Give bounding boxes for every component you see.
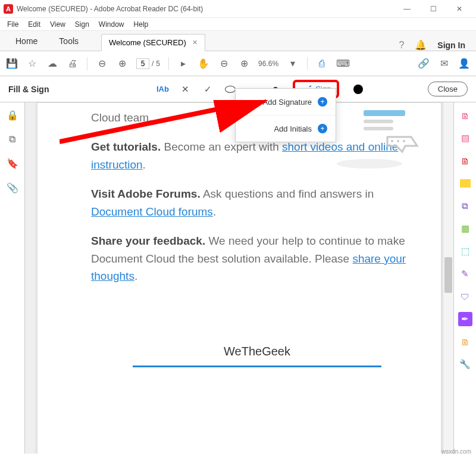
fill-sign-icon[interactable]: ✒ — [458, 312, 472, 326]
tab-bar: Home Tools Welcome (SECURED) ✕ ? 🔔 Sign … — [0, 31, 476, 51]
maximize-button[interactable]: ☐ — [420, 0, 446, 18]
color-picker[interactable] — [353, 85, 363, 94]
protect-icon[interactable]: 🛡 — [458, 289, 472, 304]
sign-menu: Add Signature + Add Initials + — [235, 88, 336, 142]
svg-point-6 — [337, 159, 402, 168]
chevron-down-icon[interactable]: ▾ — [287, 58, 299, 69]
page-indicator: / 5 — [136, 58, 160, 69]
title-bar: A Welcome (SECURED) - Adobe Acrobat Read… — [0, 0, 476, 18]
bookmark-icon[interactable]: 🔖 — [7, 158, 18, 169]
save-icon[interactable]: 💾 — [6, 58, 18, 69]
app-icon: A — [4, 4, 13, 14]
add-initials-item[interactable]: Add Initials + — [236, 115, 336, 142]
redact-icon[interactable]: ✎ — [458, 267, 472, 281]
tools-tab[interactable]: Tools — [48, 32, 89, 51]
svg-rect-2 — [364, 127, 393, 130]
left-panel: 🔒 ⧉ 🔖 📎 — [0, 102, 25, 454]
page-input[interactable] — [136, 58, 149, 69]
read-mode-icon[interactable]: ⌨ — [336, 58, 348, 69]
thumbnails-icon[interactable]: ⧉ — [9, 134, 15, 145]
main-toolbar: 💾 ☆ ☁ 🖨 ⊖ ⊕ / 5 ▸ ✋ ⊖ ⊕ 96.6% ▾ ⎙ ⌨ 🔗 ✉ … — [0, 51, 476, 76]
attachment-icon[interactable]: 📎 — [7, 182, 18, 193]
paragraph-feedback: Share your feedback. We need your help t… — [91, 232, 423, 285]
document-tab[interactable]: Welcome (SECURED) ✕ — [101, 34, 205, 51]
document-area: Cloud team. Get tutorials. Become an exp… — [25, 102, 453, 454]
zoom-level[interactable]: 96.6% — [258, 60, 278, 68]
svg-rect-0 — [364, 110, 405, 116]
bell-icon[interactable]: 🔔 — [415, 39, 427, 51]
print-icon[interactable]: 🖨 — [67, 58, 79, 69]
compress-icon[interactable]: ⬚ — [458, 244, 472, 258]
page-display-icon[interactable]: ⎙ — [316, 58, 328, 69]
plus-icon: + — [318, 124, 327, 133]
comment-icon[interactable] — [458, 176, 472, 190]
fill-sign-label: Fill & Sign — [8, 85, 49, 94]
minimize-button[interactable]: — — [394, 0, 420, 18]
hand-icon[interactable]: ✋ — [198, 58, 209, 69]
home-tab[interactable]: Home — [5, 32, 48, 51]
scrollbar-thumb[interactable] — [444, 257, 452, 293]
create-pdf-icon[interactable]: 🗎 — [458, 154, 472, 168]
footer-watermark: wsxdn.com — [441, 448, 471, 455]
menu-edit[interactable]: Edit — [23, 19, 45, 30]
cross-tool[interactable]: ✕ — [176, 80, 194, 98]
combine-icon[interactable]: ⧉ — [458, 199, 472, 213]
zoom-in-icon[interactable]: ⊕ — [116, 58, 128, 69]
svg-point-4 — [397, 140, 399, 142]
more-tools-icon[interactable]: 🗎 — [458, 335, 472, 349]
scrollbar[interactable] — [443, 102, 453, 454]
help-icon[interactable]: ? — [399, 40, 404, 51]
edit-pdf-icon[interactable]: ▤ — [458, 131, 472, 145]
zoom-in-icon[interactable]: ⊕ — [238, 58, 250, 69]
right-panel: 🗎 ▤ 🗎 ⧉ ▦ ⬚ ✎ 🛡 ✒ 🗎 🔧 — [453, 102, 476, 454]
menu-bar: File Edit View Sign Window Help — [0, 18, 476, 31]
document-tab-label: Welcome (SECURED) — [109, 38, 186, 47]
svg-point-5 — [403, 140, 405, 142]
window-title: Welcome (SECURED) - Adobe Acrobat Reader… — [17, 5, 394, 13]
organize-icon[interactable]: ▦ — [458, 221, 472, 236]
separator — [87, 57, 87, 70]
page-content: Cloud team. Get tutorials. Become an exp… — [37, 102, 441, 454]
sign-in-button[interactable]: Sign In — [437, 40, 465, 50]
lock-icon[interactable]: 🔒 — [7, 110, 18, 121]
settings-icon[interactable]: 🔧 — [458, 357, 472, 371]
star-icon[interactable]: ☆ — [26, 58, 38, 69]
selection-icon[interactable]: ▸ — [177, 58, 189, 69]
svg-rect-1 — [364, 120, 393, 123]
svg-point-3 — [391, 140, 393, 142]
plus-icon: + — [318, 97, 327, 107]
separator — [307, 57, 308, 70]
separator — [168, 57, 169, 70]
zoom-out-icon[interactable]: ⊖ — [218, 58, 230, 69]
banner-rule — [133, 366, 382, 367]
banner-text: WeTheGeek — [91, 345, 423, 358]
close-button[interactable]: Close — [428, 82, 468, 96]
add-signature-item[interactable]: Add Signature + — [236, 89, 336, 115]
link-icon[interactable]: 🔗 — [418, 58, 430, 69]
menu-window[interactable]: Window — [94, 19, 129, 30]
paragraph-forums: Visit Adobe Forums. Ask questions and fi… — [91, 185, 423, 220]
check-tool[interactable]: ✓ — [199, 80, 217, 98]
share-icon[interactable]: 👤 — [458, 58, 470, 69]
text-tool[interactable]: IAb — [154, 80, 171, 98]
workspace: 🔒 ⧉ 🔖 📎 Cloud team. Get tutorials. Becom… — [0, 102, 476, 454]
zoom-out-icon[interactable]: ⊖ — [96, 58, 108, 69]
menu-help[interactable]: Help — [129, 19, 154, 30]
menu-sign[interactable]: Sign — [70, 19, 94, 30]
email-icon[interactable]: ✉ — [438, 58, 450, 69]
menu-file[interactable]: File — [2, 19, 23, 30]
close-tab-icon[interactable]: ✕ — [192, 39, 198, 46]
illustration — [328, 104, 423, 170]
menu-view[interactable]: View — [45, 19, 70, 30]
cloud-icon[interactable]: ☁ — [46, 58, 58, 69]
export-pdf-icon[interactable]: 🗎 — [458, 108, 472, 123]
forums-link[interactable]: Document Cloud forums — [91, 205, 213, 218]
close-window-button[interactable]: ✕ — [446, 0, 472, 18]
